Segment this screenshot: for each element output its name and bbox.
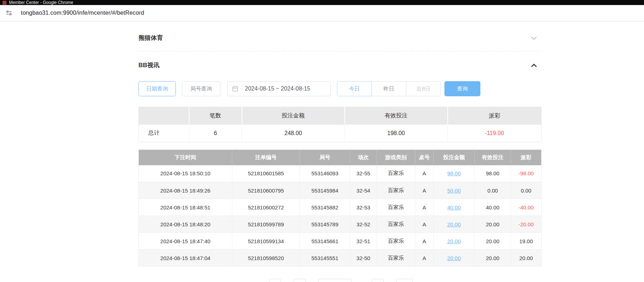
round-no-cell: 553145551 — [300, 250, 350, 267]
order-no-cell: 521810599134 — [232, 233, 300, 250]
pagination — [138, 279, 541, 282]
summary-col-header: 派彩 — [448, 107, 542, 125]
bet-amount-link[interactable]: 20.00 — [447, 255, 461, 261]
payout-cell: 20.00 — [511, 250, 542, 267]
pagination-size-select[interactable] — [318, 279, 351, 282]
order-no-cell: 521810600795 — [232, 182, 300, 199]
table-row: 2024-08-15 18:49:26 521810600795 5531459… — [139, 182, 542, 199]
table-row: 2024-08-15 18:47:40 521810599134 5531456… — [139, 233, 542, 250]
summary-total-row: 总计 6 248.00 198.00 -119.00 — [139, 125, 542, 142]
summary-col-header: 笔数 — [189, 107, 242, 125]
calendar-icon — [232, 85, 238, 92]
summary-col-header — [139, 107, 189, 125]
round-no-cell: 553146093 — [300, 165, 350, 182]
section-header-panda-sports[interactable]: 熊猫体育 — [138, 21, 541, 51]
col-header-game-type: 游戏类别 — [377, 150, 415, 165]
session-cell: 32-55 — [350, 165, 377, 182]
table-row: 2024-08-15 18:48:51 521810600272 5531458… — [139, 199, 542, 216]
bet-table-header-row: 下注时间 注单编号 局号 场次 游戏类别 桌号 投注金额 有效投注 派彩 — [139, 150, 542, 165]
game-type-cell: 百家乐 — [377, 250, 415, 267]
round-no-cell: 553145789 — [300, 216, 350, 233]
summary-count: 6 — [189, 125, 242, 142]
col-header-session: 场次 — [350, 150, 377, 165]
search-button[interactable]: 查询 — [444, 81, 480, 96]
bet-record-table: 下注时间 注单编号 局号 场次 游戏类别 桌号 投注金额 有效投注 派彩 202… — [138, 149, 542, 267]
order-no-cell: 521810601585 — [232, 165, 300, 182]
date-query-button[interactable]: 日期查询 — [138, 81, 176, 96]
round-no-cell: 553145984 — [300, 182, 350, 199]
date-range-input[interactable]: 2024-08-15 ~ 2024-08-15 — [227, 81, 331, 96]
window-titlebar: Member Center - Google Chrome — [0, 0, 644, 5]
table-no-cell: A — [415, 199, 434, 216]
order-no-cell: 521810600272 — [232, 199, 300, 216]
col-header-bet-amount: 投注金额 — [434, 150, 475, 165]
bet-time-cell: 2024-08-15 18:49:26 — [139, 182, 232, 199]
bet-time-cell: 2024-08-15 18:48:51 — [139, 199, 232, 216]
bet-record-page: 熊猫体育 BB视讯 日期查询 局号查询 — [138, 21, 541, 282]
bet-time-cell: 2024-08-15 18:47:04 — [139, 250, 232, 267]
valid-bet-cell: 20.00 — [475, 233, 511, 250]
payout-cell: -98.00 — [511, 165, 542, 182]
col-header-order-no: 注单编号 — [232, 150, 300, 165]
bet-amount-link[interactable]: 98.00 — [447, 170, 461, 176]
summary-total-label: 总计 — [139, 125, 189, 142]
valid-bet-cell: 98.00 — [475, 165, 511, 182]
col-header-payout: 派彩 — [511, 150, 542, 165]
table-row: 2024-08-15 18:47:04 521810598520 5531455… — [139, 250, 542, 267]
game-type-cell: 百家乐 — [377, 199, 415, 216]
table-no-cell: A — [415, 182, 434, 199]
order-no-cell: 521810598520 — [232, 250, 300, 267]
col-header-round-no: 局号 — [300, 150, 350, 165]
section-header-bb-video[interactable]: BB视讯 — [138, 51, 541, 70]
col-header-table-no: 桌号 — [415, 150, 434, 165]
session-cell: 32-52 — [350, 216, 377, 233]
section-title: BB视讯 — [138, 61, 160, 70]
valid-bet-cell: 20.00 — [475, 250, 511, 267]
bet-amount-link[interactable]: 20.00 — [447, 221, 461, 227]
url-text[interactable]: tongbao31.com:9900/infe/mcenter/#/betRec… — [21, 10, 144, 16]
col-header-bet-time: 下注时间 — [139, 150, 232, 165]
summary-payout: -119.00 — [448, 125, 542, 142]
date-range-value: 2024-08-15 ~ 2024-08-15 — [245, 85, 310, 92]
round-no-cell: 553145882 — [300, 199, 350, 216]
table-no-cell: A — [415, 233, 434, 250]
table-no-cell: A — [415, 216, 434, 233]
valid-bet-cell: 40.00 — [475, 199, 511, 216]
today-button[interactable]: 今日 — [337, 81, 372, 96]
filter-toolbar: 日期查询 局号查询 2024-08-15 ~ 2024-08-15 今日 昨日 … — [138, 81, 541, 96]
summary-col-header: 有效投注 — [345, 107, 448, 125]
valid-bet-cell: 0.00 — [475, 182, 511, 199]
pagination-next-button[interactable] — [372, 279, 384, 282]
chevron-up-icon[interactable] — [530, 61, 538, 70]
payout-cell: 19.00 — [511, 233, 542, 250]
round-query-button[interactable]: 局号查询 — [182, 81, 220, 96]
session-cell: 32-50 — [350, 250, 377, 267]
game-type-cell: 百家乐 — [377, 182, 415, 199]
bet-amount-link[interactable]: 20.00 — [447, 238, 461, 244]
yesterday-button[interactable]: 昨日 — [371, 81, 406, 96]
table-no-cell: A — [415, 250, 434, 267]
table-row: 2024-08-15 18:50:10 521810601585 5531460… — [139, 165, 542, 182]
table-no-cell: A — [415, 165, 434, 182]
window-title: Member Center - Google Chrome — [9, 0, 73, 5]
bet-amount-link[interactable]: 50.00 — [447, 188, 461, 194]
tune-icon[interactable] — [5, 9, 13, 17]
game-type-cell: 百家乐 — [377, 216, 415, 233]
last-8-days-button[interactable]: 近8日 — [406, 81, 441, 96]
pagination-jump-input[interactable] — [396, 279, 413, 282]
browser-urlbar[interactable]: tongbao31.com:9900/infe/mcenter/#/betRec… — [0, 5, 644, 21]
section-title: 熊猫体育 — [138, 34, 163, 42]
chevron-down-icon[interactable] — [530, 34, 538, 42]
valid-bet-cell: 20.00 — [475, 216, 511, 233]
order-no-cell: 521810599789 — [232, 216, 300, 233]
session-cell: 32-54 — [350, 182, 377, 199]
pagination-prev-button[interactable] — [269, 279, 281, 282]
bet-amount-link[interactable]: 40.00 — [447, 204, 461, 211]
summary-bet-amount: 248.00 — [242, 125, 345, 142]
summary-table: 笔数 投注金额 有效投注 派彩 总计 6 248.00 198.00 -119.… — [138, 107, 542, 142]
summary-header-row: 笔数 投注金额 有效投注 派彩 — [139, 107, 542, 125]
bet-time-cell: 2024-08-15 18:48:20 — [139, 216, 232, 233]
payout-cell: -20.00 — [511, 216, 542, 233]
app-icon — [3, 1, 6, 5]
pagination-page-button[interactable] — [294, 279, 306, 282]
